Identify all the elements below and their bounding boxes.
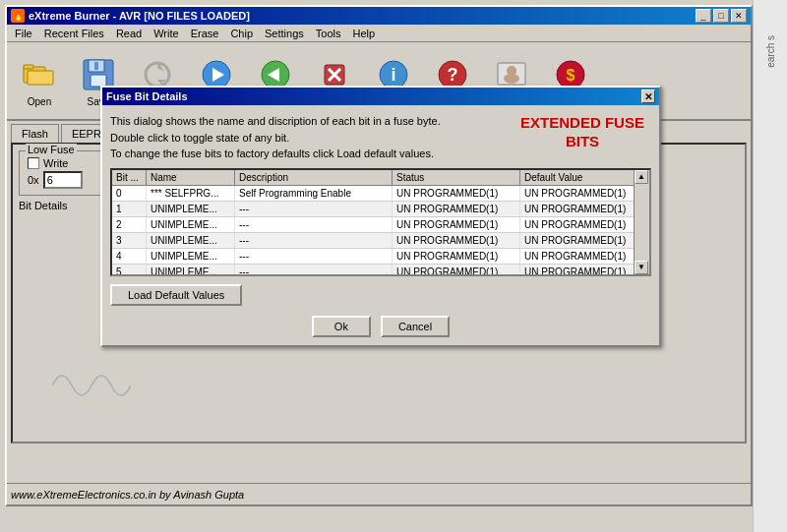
cell-default: UN PROGRAMMED(1)	[520, 249, 648, 264]
cell-bit: 3	[112, 233, 147, 248]
main-window: 🔥 eXtreme Burner - AVR [NO FILES LOADED]…	[5, 5, 753, 506]
scrollbar-up-button[interactable]: ▲	[635, 170, 648, 184]
cell-name: UNIMPLEME...	[147, 202, 235, 216]
dialog-title-text: Fuse Bit Details	[106, 90, 188, 102]
dialog-body: This dialog shows the name and discripti…	[102, 105, 659, 345]
search-sidebar-text: earch s	[765, 35, 776, 68]
cell-bit: 5	[112, 265, 147, 276]
fuse-bit-details-dialog: Fuse Bit Details ✕ This dialog shows the…	[100, 86, 661, 347]
cell-name: *** SELFPRG...	[147, 186, 235, 201]
table-scrollbar[interactable]: ▲ ▼	[634, 170, 649, 274]
table-row[interactable]: 1 UNIMPLEME... --- UN PROGRAMMED(1) UN P…	[112, 202, 649, 217]
dialog-info-line1: This dialog shows the name and discripti…	[110, 113, 441, 130]
extended-fuse-label-line2: BITS	[514, 133, 651, 149]
dialog-close-button[interactable]: ✕	[641, 89, 655, 103]
col-default: Default Value	[520, 170, 648, 185]
cell-status: UN PROGRAMMED(1)	[393, 217, 520, 232]
cell-bit: 1	[112, 202, 147, 216]
cell-name: UNIMPLEME...	[147, 233, 235, 248]
cell-status: UN PROGRAMMED(1)	[393, 265, 520, 276]
dialog-title-bar: Fuse Bit Details ✕	[102, 88, 659, 105]
cell-status: UN PROGRAMMED(1)	[393, 186, 520, 201]
table-row[interactable]: 3 UNIMPLEME... --- UN PROGRAMMED(1) UN P…	[112, 233, 649, 249]
cell-description: ---	[235, 217, 393, 232]
fuse-table-wrapper: Bit ... Name Description Status Default …	[110, 168, 651, 276]
cell-status: UN PROGRAMMED(1)	[393, 249, 520, 264]
cell-default: UN PROGRAMMED(1)	[520, 265, 648, 276]
cancel-button[interactable]: Cancel	[381, 316, 450, 337]
dialog-button-row: Ok Cancel	[110, 316, 651, 337]
col-name: Name	[147, 170, 235, 185]
cell-status: UN PROGRAMMED(1)	[393, 202, 520, 216]
load-default-values-button[interactable]: Load Default Values	[110, 284, 242, 306]
cell-description: ---	[235, 249, 393, 264]
cell-default: UN PROGRAMMED(1)	[520, 202, 648, 216]
cell-default: UN PROGRAMMED(1)	[520, 233, 648, 248]
col-status: Status	[393, 170, 520, 185]
cell-bit: 0	[112, 186, 147, 201]
cell-description: ---	[235, 233, 393, 248]
dialog-info-line2: Double click to toggle state of any bit.	[110, 130, 441, 147]
cell-name: UNIMPLEME...	[147, 265, 235, 276]
fuse-table-inner: Bit ... Name Description Status Default …	[112, 170, 649, 276]
cell-default: UN PROGRAMMED(1)	[520, 186, 648, 201]
fuse-table-header: Bit ... Name Description Status Default …	[112, 170, 649, 186]
table-row[interactable]: 4 UNIMPLEME... --- UN PROGRAMMED(1) UN P…	[112, 249, 649, 265]
cell-bit: 2	[112, 217, 147, 232]
search-sidebar: earch s	[753, 0, 787, 532]
extended-fuse-label-line1: EXTENDED FUSE	[514, 113, 651, 133]
scrollbar-down-button[interactable]: ▼	[635, 261, 648, 274]
col-description: Description	[235, 170, 393, 185]
cell-bit: 4	[112, 249, 147, 264]
table-row[interactable]: 2 UNIMPLEME... --- UN PROGRAMMED(1) UN P…	[112, 217, 649, 233]
dialog-overlay: Fuse Bit Details ✕ This dialog shows the…	[7, 7, 751, 504]
cell-status: UN PROGRAMMED(1)	[393, 233, 520, 248]
dialog-info: This dialog shows the name and discripti…	[110, 113, 441, 162]
table-row[interactable]: 0 *** SELFPRG... Self Programming Enable…	[112, 186, 649, 202]
col-bit: Bit ...	[112, 170, 147, 185]
cell-description: ---	[235, 202, 393, 216]
cell-name: UNIMPLEME...	[147, 217, 235, 232]
fuse-table-rows: 0 *** SELFPRG... Self Programming Enable…	[112, 186, 649, 276]
load-defaults-container: Load Default Values	[110, 284, 651, 306]
cell-description: Self Programming Enable	[235, 186, 393, 201]
cell-default: UN PROGRAMMED(1)	[520, 217, 648, 232]
ok-button[interactable]: Ok	[312, 316, 371, 337]
table-row[interactable]: 5 UNIMPLEME... --- UN PROGRAMMED(1) UN P…	[112, 265, 649, 276]
cell-name: UNIMPLEME...	[147, 249, 235, 264]
dialog-info-line3: To change the fuse bits to factory defau…	[110, 146, 441, 162]
cell-description: ---	[235, 265, 393, 276]
